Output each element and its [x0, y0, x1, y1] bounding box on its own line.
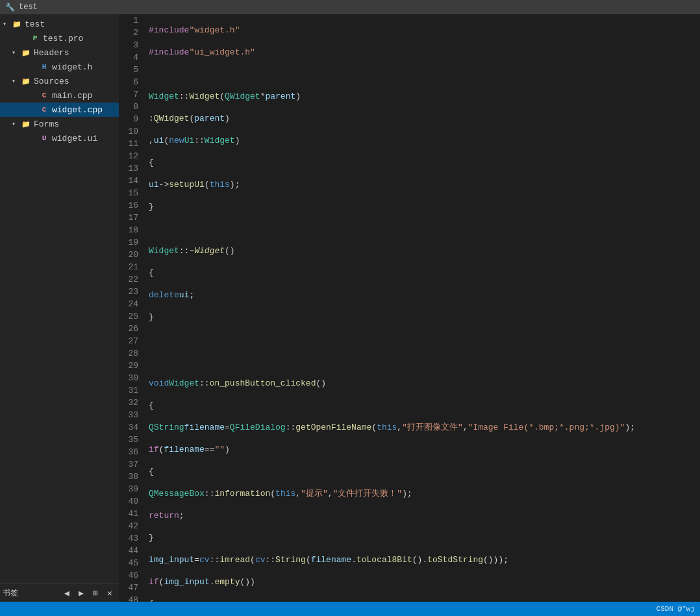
status-bar: CSDN @*wj [0, 602, 700, 616]
sidebar-label-forms: Forms [34, 119, 59, 129]
sidebar-next-btn[interactable]: ▶ [75, 587, 88, 600]
sidebar-label-test: test [25, 19, 45, 29]
code-line-20: if(filename == "") [149, 443, 700, 456]
code-line-11: Widget::~Widget() [149, 245, 700, 257]
code-line-19: QString filename=QFileDialog::getOpenFil… [149, 421, 700, 434]
code-line-22: QMessageBox::information(this,"提示","文件打开… [149, 487, 700, 500]
code-line-1: #include "widget.h" [149, 24, 700, 36]
sidebar-item-test-pro[interactable]: P test.pro [0, 31, 119, 45]
code-line-25: img_input = cv::imread(cv::String(filena… [149, 554, 700, 566]
code-line-16 [149, 355, 700, 367]
sidebar-close-btn[interactable]: ✕ [103, 587, 116, 600]
code-line-12: { [149, 267, 700, 279]
code-line-3 [149, 68, 700, 80]
sidebar-label-test-pro: test.pro [43, 34, 83, 43]
code-editor[interactable]: #include "widget.h" #include "ui_widget.… [144, 14, 700, 602]
sidebar-label-widget-cpp: widget.cpp [52, 105, 103, 115]
code-line-2: #include "ui_widget.h" [149, 46, 700, 58]
sidebar-item-main-cpp[interactable]: C main.cpp [0, 88, 119, 103]
sources-arrow: ▾ [12, 77, 21, 85]
code-line-9: } [149, 201, 700, 213]
code-line-21: { [149, 465, 700, 478]
headers-folder-icon: 📁 [21, 47, 31, 58]
code-line-14: } [149, 311, 700, 323]
sidebar-item-widget-h[interactable]: H widget.h [0, 60, 119, 74]
pro-icon: P [30, 33, 40, 43]
code-container[interactable]: 1 2 3 4 5 6 7 8 9 10 11 12 13 14 15 16 1… [119, 14, 700, 602]
editor-area: 1 2 3 4 5 6 7 8 9 10 11 12 13 14 15 16 1… [119, 14, 700, 602]
forms-folder-icon: 📁 [21, 119, 31, 129]
code-line-13: delete ui; [149, 289, 700, 301]
code-line-23: return; [149, 510, 700, 522]
code-line-5: : QWidget(parent) [149, 112, 700, 125]
sidebar-label-main-cpp: main.cpp [52, 91, 92, 101]
ui-icon: U [39, 133, 49, 143]
title-icon: 🔧 [5, 3, 15, 12]
line-numbers: 1 2 3 4 5 6 7 8 9 10 11 12 13 14 15 16 1… [119, 14, 144, 602]
title-bar: 🔧 test [0, 0, 700, 14]
sidebar-item-widget-cpp[interactable]: C widget.cpp [0, 103, 119, 117]
sidebar-label-sources: Sources [34, 77, 69, 86]
code-line-4: Widget::Widget(QWidget *parent) [149, 90, 700, 103]
code-line-17: void Widget::on_pushButton_clicked() [149, 377, 700, 389]
code-line-27: { [149, 598, 700, 602]
title-text: test [19, 3, 38, 12]
cpp-icon-widget: C [39, 105, 49, 115]
sources-folder-icon: 📁 [21, 76, 31, 86]
code-line-26: if(img_input.empty()) [149, 576, 700, 588]
sidebar-item-forms[interactable]: ▾ 📁 Forms [0, 117, 119, 131]
main-layout: ▾ 📁 test P test.pro ▾ 📁 Headers H widget… [0, 14, 700, 602]
sidebar-bookmark-label: 书签 [3, 587, 60, 598]
code-line-7: { [149, 156, 700, 169]
sidebar-prev-btn[interactable]: ◀ [60, 587, 73, 600]
cpp-icon-main: C [39, 90, 49, 101]
sidebar: ▾ 📁 test P test.pro ▾ 📁 Headers H widget… [0, 14, 119, 602]
code-line-24: } [149, 532, 700, 544]
sidebar-label-headers: Headers [34, 48, 69, 58]
headers-arrow: ▾ [12, 49, 21, 56]
code-line-10 [149, 223, 700, 235]
code-line-15 [149, 333, 700, 345]
sidebar-label-widget-ui: widget.ui [52, 134, 97, 143]
arrow-icon: ▾ [3, 20, 12, 28]
header-icon: H [39, 62, 49, 72]
sidebar-item-sources[interactable]: ▾ 📁 Sources [0, 74, 119, 88]
sidebar-label-widget-h: widget.h [52, 62, 92, 72]
sidebar-bottom-buttons: ◀ ▶ ⊞ ✕ [60, 587, 116, 600]
code-line-6: , ui(new Ui::Widget) [149, 134, 700, 147]
code-line-8: ui->setupUi(this); [149, 179, 700, 191]
sidebar-bottom: 书签 ◀ ▶ ⊞ ✕ [0, 584, 119, 602]
folder-icon: 📁 [12, 19, 22, 29]
sidebar-add-btn[interactable]: ⊞ [89, 587, 102, 600]
sidebar-item-headers[interactable]: ▾ 📁 Headers [0, 45, 119, 60]
sidebar-item-widget-ui[interactable]: U widget.ui [0, 131, 119, 145]
status-bar-text: CSDN @*wj [656, 605, 695, 613]
code-line-18: { [149, 399, 700, 412]
sidebar-item-test[interactable]: ▾ 📁 test [0, 17, 119, 31]
sidebar-tree: ▾ 📁 test P test.pro ▾ 📁 Headers H widget… [0, 14, 119, 584]
forms-arrow: ▾ [12, 120, 21, 128]
